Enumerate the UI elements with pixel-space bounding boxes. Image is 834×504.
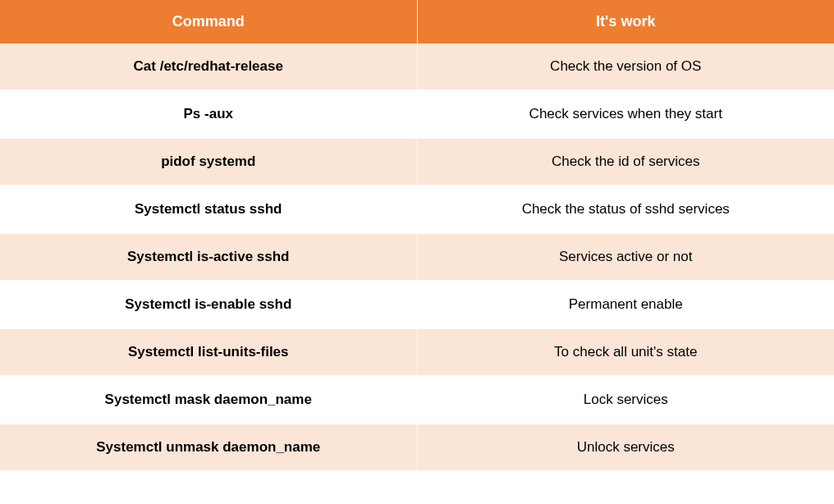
table-row: Systemctl unmask daemon_name Unlock serv… [0,424,834,471]
table-row: Systemctl is-active sshd Services active… [0,233,834,281]
cell-command: Systemctl status sshd [0,186,417,233]
cell-work: Check the status of sshd services [417,186,834,233]
cell-work: Services active or not [417,233,834,281]
cell-command: Cat /etc/redhat-release [0,44,417,90]
table-row: Ps -aux Check services when they start [0,90,834,138]
cell-command: Systemctl mask daemon_name [0,376,417,424]
header-command: Command [0,0,417,44]
table-row: Systemctl is-enable sshd Permanent enabl… [0,281,834,328]
cell-work: Check services when they start [417,90,834,138]
table-row: pidof systemd Check the id of services [0,138,834,186]
table-row: Cat /etc/redhat-release Check the versio… [0,44,834,90]
header-work: It's work [417,0,834,44]
cell-command: Systemctl list-units-files [0,328,417,376]
cell-work: Check the version of OS [417,44,834,90]
command-table: Command It's work Cat /etc/redhat-releas… [0,0,834,472]
table-header-row: Command It's work [0,0,834,44]
cell-command: Systemctl is-active sshd [0,233,417,281]
table-row: Systemctl list-units-files To check all … [0,328,834,376]
cell-command: Systemctl is-enable sshd [0,281,417,328]
cell-work: Check the id of services [417,138,834,186]
table-body: Cat /etc/redhat-release Check the versio… [0,44,834,471]
cell-command: Ps -aux [0,90,417,138]
cell-work: To check all unit's state [417,328,834,376]
cell-command: pidof systemd [0,138,417,186]
cell-work: Unlock services [417,424,834,471]
table-row: Systemctl status sshd Check the status o… [0,186,834,233]
cell-work: Permanent enable [417,281,834,328]
cell-work: Lock services [417,376,834,424]
table-row: Systemctl mask daemon_name Lock services [0,376,834,424]
cell-command: Systemctl unmask daemon_name [0,424,417,471]
